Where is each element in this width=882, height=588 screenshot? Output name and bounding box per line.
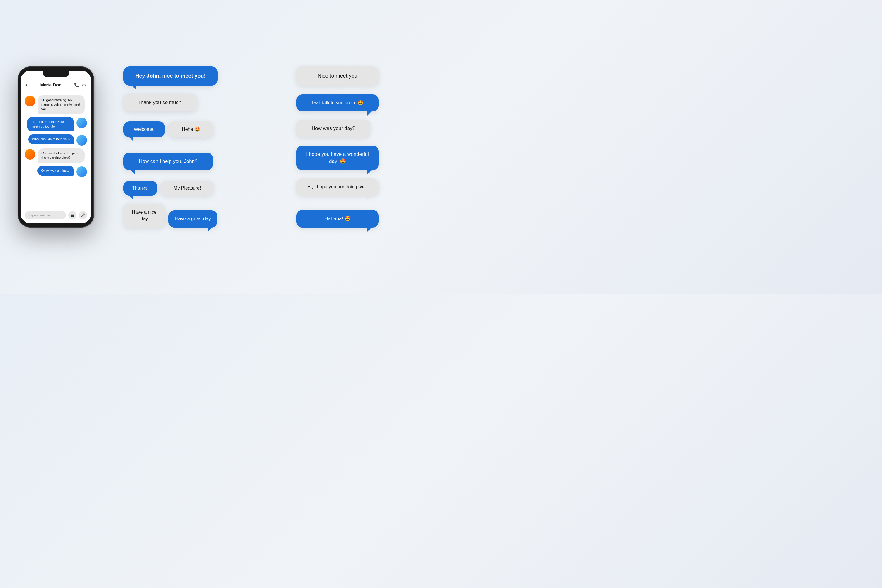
bubble-text: I hope you have a wonderful day! 🤩 (303, 151, 372, 165)
bubble-cell: Hey John, nice to meet you! (123, 66, 218, 86)
chat-bubble: Nice to meet you (296, 66, 379, 86)
phone-frame: ‹ Marie Don 📞 ▭ Hi, good morning. My nam… (18, 66, 94, 228)
call-icon[interactable]: 📞 (74, 82, 79, 87)
message-input[interactable]: Type something... (25, 211, 66, 219)
bubble-text: Welcome. (134, 126, 154, 133)
bubble-text: How was your day? (312, 125, 355, 132)
bubble-cell: I will talk to you soon. 🤩 (296, 94, 379, 111)
chat-bubble: Hahaha! 🤩 (296, 210, 379, 228)
message-list: Hi, good morning. My name is John, nice … (21, 91, 91, 208)
chat-bubble: Welcome. (123, 122, 165, 137)
message-bubble: What can i do to help you? (28, 134, 74, 144)
bubble-text: I will talk to you soon. 🤩 (312, 100, 364, 106)
message-row: Hi, good morning. My name is John, nice … (25, 95, 87, 114)
message-row: Can you help me to open the my online sh… (25, 148, 87, 163)
bubble-cell: How was your day? (296, 120, 379, 137)
chat-bubble: Hehe 🤩 (168, 122, 214, 137)
message-bubble: Hi, good morning. Nice to meet you too, … (27, 117, 74, 131)
chat-bubble: My Pleasure! (161, 181, 213, 195)
chat-bubble: How was your day? (296, 120, 370, 137)
chat-bubble: Hey John, nice to meet you! (123, 66, 218, 86)
video-icon[interactable]: ▭ (82, 82, 86, 87)
bubble-text: Have a great day (175, 216, 211, 222)
chat-bubble: Have a nice day (123, 204, 165, 228)
back-button[interactable]: ‹ (26, 82, 28, 88)
avatar (25, 96, 35, 106)
bubble-text: Nice to meet you (318, 72, 357, 80)
avatar (76, 166, 87, 177)
chat-bubble: I hope you have a wonderful day! 🤩 (296, 146, 379, 170)
bubble-cell: Nice to meet you (296, 66, 379, 86)
bubble-cell: How can i help you, John? (123, 153, 218, 170)
bubble-cell: Hi, I hope you are doing well. (296, 178, 379, 195)
bubbles-panel: Hey John, nice to meet you! Nice to meet… (118, 66, 423, 228)
message-bubble: Can you help me to open the my online sh… (38, 148, 85, 163)
bubble-text: Hey John, nice to meet you! (135, 72, 206, 80)
chat-bubble: Thank you so much! (123, 94, 197, 111)
camera-button[interactable]: 📷 (68, 211, 76, 219)
phone-screen: ‹ Marie Don 📞 ▭ Hi, good morning. My nam… (21, 70, 91, 224)
header-icons: 📞 ▭ (74, 82, 86, 87)
bubble-row: Have a nice day Have a great day (123, 204, 218, 228)
bubble-cell: Thank you so much! (123, 94, 218, 111)
bubble-text: Hehe 🤩 (182, 126, 200, 133)
message-row: Hi, good morning. Nice to meet you too, … (25, 117, 87, 131)
bubble-text: Hi, I hope you are doing well. (307, 184, 368, 190)
message-row: Okay, wait a minute. (25, 166, 87, 177)
bubble-text: My Pleasure! (174, 185, 201, 191)
phone-mockup: ‹ Marie Don 📞 ▭ Hi, good morning. My nam… (18, 66, 94, 228)
message-bubble: Hi, good morning. My name is John, nice … (38, 95, 85, 114)
chat-bubble: How can i help you, John? (123, 153, 213, 170)
chat-bubble: Hi, I hope you are doing well. (296, 178, 379, 195)
avatar (25, 149, 35, 160)
bubble-row: Welcome. Hehe 🤩 (123, 122, 218, 137)
phone-notch (43, 70, 69, 77)
bubble-text: How can i help you, John? (139, 158, 197, 165)
message-row: What can i do to help you? (25, 134, 87, 146)
bubble-text: Thank you so much! (138, 99, 183, 106)
bubble-row: Thanks! My Pleasure! (123, 181, 218, 195)
bubble-cell: Hahaha! 🤩 (296, 210, 379, 228)
avatar (76, 118, 87, 128)
chat-bubble: I will talk to you soon. 🤩 (296, 94, 379, 111)
message-bubble: Okay, wait a minute. (38, 166, 74, 176)
bubble-text: Thanks! (132, 185, 149, 191)
avatar (76, 135, 87, 146)
mic-button[interactable]: 🎤 (79, 211, 87, 219)
chat-bubble: Thanks! (123, 181, 157, 195)
bubble-cell: I hope you have a wonderful day! 🤩 (296, 146, 379, 170)
bubble-text: Hahaha! 🤩 (324, 215, 351, 222)
bubble-text: Have a nice day (129, 209, 160, 222)
message-input-area: Type something... 📷 🎤 (21, 208, 91, 224)
chat-bubble: Have a great day (168, 210, 217, 227)
contact-name: Marie Don (40, 82, 62, 87)
bubbles-grid: Hey John, nice to meet you! Nice to meet… (123, 66, 423, 228)
